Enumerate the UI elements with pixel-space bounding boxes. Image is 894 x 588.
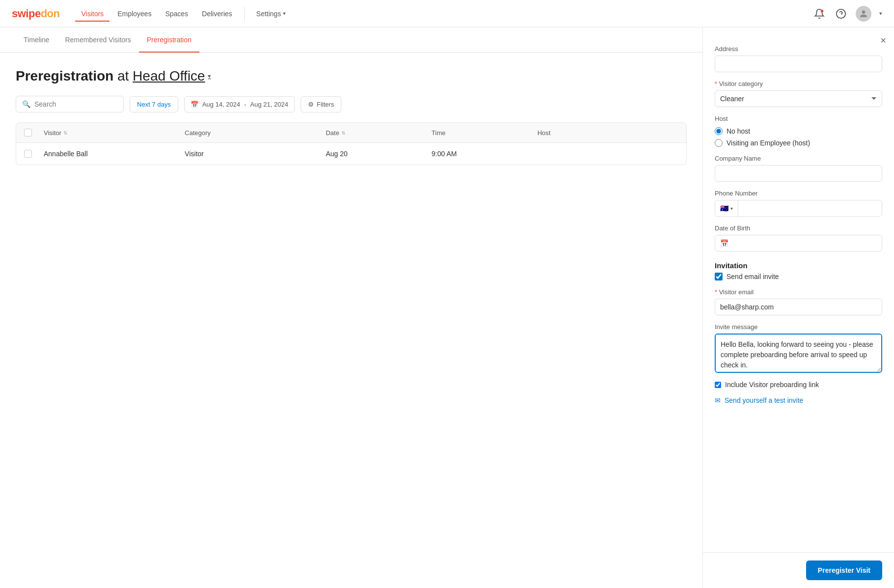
phone-row: 🇦🇺 ▾ (715, 200, 882, 217)
company-name-field: Company Name (715, 155, 882, 182)
invitation-title: Invitation (715, 261, 882, 270)
nav-employees[interactable]: Employees (112, 7, 157, 22)
calendar-dob-icon[interactable]: 📅 (720, 239, 728, 247)
send-email-invite-label: Send email invite (726, 273, 779, 280)
visitor-category-select[interactable]: Cleaner Visitor Contractor Staff (715, 90, 882, 107)
date-range-picker[interactable]: 📅 Aug 14, 2024 - Aug 21, 2024 (184, 96, 295, 112)
dob-label: Date of Birth (715, 224, 882, 232)
cell-visitor: Annabelle Ball (44, 150, 185, 158)
date-col-label: Date (326, 129, 339, 137)
radio-no-host-input[interactable] (715, 127, 723, 135)
invite-message-field: Invite message Hello Bella, looking forw… (715, 323, 882, 373)
visitor-email-field: Visitor email (715, 288, 882, 315)
phone-flag[interactable]: 🇦🇺 ▾ (715, 200, 738, 216)
main-content: Preregistration at Head Office ▾ 🔍 Next … (0, 53, 702, 588)
select-all-checkbox[interactable] (24, 129, 32, 137)
company-name-label: Company Name (715, 155, 882, 162)
nav-deliveries[interactable]: Deliveries (196, 7, 238, 22)
visitor-category-field: Visitor category Cleaner Visitor Contrac… (715, 80, 882, 107)
close-button[interactable]: × (880, 35, 886, 45)
send-email-invite-row: Send email invite (715, 273, 882, 280)
visitor-category-select-wrapper: Cleaner Visitor Contractor Staff (715, 90, 882, 107)
no-host-label: No host (726, 127, 750, 135)
visitor-sort-icon[interactable]: ⇅ (63, 130, 67, 136)
preregister-button[interactable]: Preregister Visit (806, 560, 882, 580)
host-field: Host No host Visiting an Employee (host) (715, 115, 882, 147)
nav-spaces[interactable]: Spaces (159, 7, 194, 22)
row-checkbox[interactable] (24, 150, 32, 158)
phone-number-field: Phone Number 🇦🇺 ▾ (715, 190, 882, 217)
table-row[interactable]: Annabelle Ball Visitor Aug 20 9:00 AM (16, 143, 686, 165)
cell-date: Aug 20 (326, 150, 431, 158)
address-field: Address (715, 45, 882, 72)
visitors-table: Visitor ⇅ Category Date ⇅ Time Host (16, 122, 687, 165)
location-chevron-icon: ▾ (208, 73, 211, 80)
include-preboard-label: Include Visitor preboarding link (725, 381, 819, 389)
test-invite-label: Send yourself a test invite (725, 396, 803, 404)
page-title-text: Preregistration (16, 68, 113, 84)
company-name-input[interactable] (715, 165, 882, 182)
col-host-header: Host (537, 129, 678, 137)
help-icon[interactable] (834, 7, 848, 21)
toolbar: 🔍 Next 7 days 📅 Aug 14, 2024 - Aug 21, 2… (16, 96, 687, 112)
top-navigation: swipedon Visitors Employees Spaces Deliv… (0, 0, 894, 28)
settings-label: Settings (256, 10, 281, 18)
radio-no-host[interactable]: No host (715, 127, 882, 135)
col-date-header: Date ⇅ (326, 129, 431, 137)
period-button[interactable]: Next 7 days (130, 96, 178, 112)
location-link[interactable]: Head Office ▾ (133, 68, 211, 84)
col-category-header: Category (185, 129, 326, 137)
page-title-at: at (117, 68, 133, 84)
filters-icon: ⚙ (308, 101, 314, 108)
notification-icon[interactable] (812, 7, 826, 21)
invite-message-label: Invite message (715, 323, 882, 331)
date-from: Aug 14, 2024 (202, 101, 240, 108)
category-col-label: Category (185, 129, 211, 137)
nav-divider (244, 7, 245, 21)
filters-button[interactable]: ⚙ Filters (301, 96, 341, 112)
date-sort-icon[interactable]: ⇅ (341, 130, 345, 136)
dob-field: Date of Birth 📅 (715, 224, 882, 252)
search-box[interactable]: 🔍 (16, 96, 124, 112)
calendar-icon: 📅 (191, 101, 198, 108)
nav-right: ▾ (812, 6, 882, 22)
tab-remembered[interactable]: Remembered Visitors (57, 28, 139, 53)
flag-chevron-icon: ▾ (730, 206, 733, 211)
col-time-header: Time (432, 129, 537, 137)
date-separator: - (244, 101, 246, 108)
visitor-email-input[interactable] (715, 299, 882, 315)
phone-input[interactable] (738, 200, 882, 216)
main-layout: Timeline Remembered Visitors Preregistra… (0, 28, 894, 588)
tab-timeline[interactable]: Timeline (16, 28, 57, 53)
nav-visitors[interactable]: Visitors (75, 7, 110, 22)
preboard-row: Include Visitor preboarding link (715, 381, 882, 389)
host-col-label: Host (537, 129, 551, 137)
flag-emoji: 🇦🇺 (720, 204, 728, 212)
radio-visiting-employee[interactable]: Visiting an Employee (host) (715, 139, 882, 147)
right-panel: × Address Visitor category Cleaner Visit… (702, 28, 894, 588)
include-preboard-checkbox[interactable] (715, 382, 721, 388)
invitation-section: Invitation Send email invite Visitor ema… (715, 259, 882, 315)
nav-settings[interactable]: Settings ▾ (251, 7, 292, 22)
visiting-employee-label: Visiting an Employee (host) (726, 139, 810, 147)
user-avatar[interactable] (856, 6, 871, 22)
host-label: Host (715, 115, 882, 122)
nav-links: Visitors Employees Spaces Deliveries Set… (75, 6, 292, 21)
table-header: Visitor ⇅ Category Date ⇅ Time Host (16, 123, 686, 143)
search-icon: 🔍 (22, 100, 30, 108)
settings-chevron-icon: ▾ (283, 10, 286, 17)
search-input[interactable] (34, 100, 117, 108)
date-to: Aug 21, 2024 (250, 101, 288, 108)
svg-point-0 (821, 9, 824, 12)
radio-visiting-employee-input[interactable] (715, 139, 723, 147)
tab-preregistration[interactable]: Preregistration (139, 28, 199, 53)
address-input[interactable] (715, 56, 882, 72)
phone-number-label: Phone Number (715, 190, 882, 197)
visitor-email-label: Visitor email (715, 288, 882, 296)
send-email-invite-checkbox[interactable] (715, 273, 723, 280)
logo[interactable]: swipedon (12, 7, 59, 20)
dob-row[interactable]: 📅 (715, 235, 882, 252)
test-invite-link[interactable]: ✉ Send yourself a test invite (715, 396, 882, 404)
invite-message-textarea[interactable]: Hello Bella, looking forward to seeing y… (715, 334, 882, 373)
address-label: Address (715, 45, 882, 53)
